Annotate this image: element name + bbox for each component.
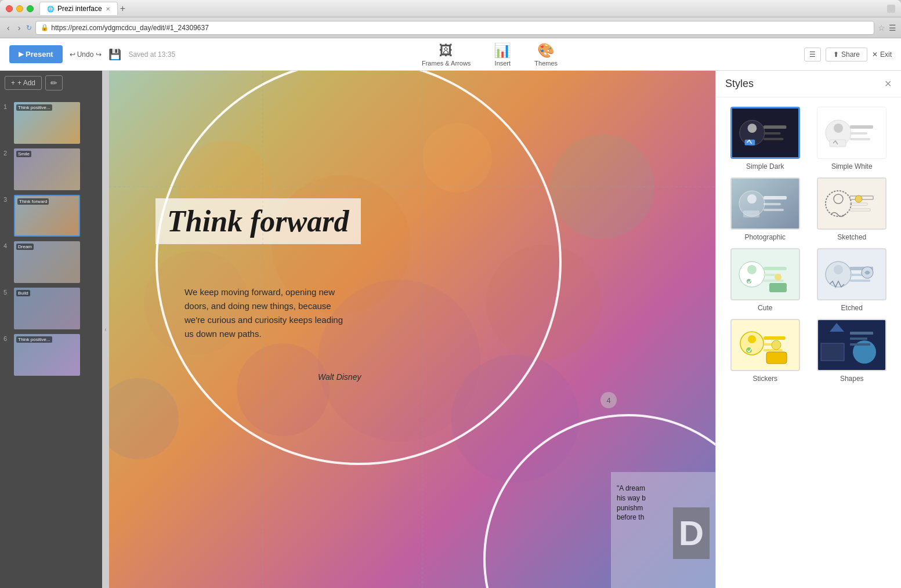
style-item-sketched[interactable]: Sketched [812, 177, 892, 241]
style-item-photographic[interactable]: Photographic [725, 177, 805, 241]
svg-rect-17 [764, 132, 780, 135]
hamburger-menu-button[interactable]: ☰ [804, 48, 821, 61]
style-thumb-shapes [817, 319, 886, 371]
slide-thumbnail[interactable]: Dream [14, 241, 80, 283]
slide-number: 5 [3, 289, 12, 296]
svg-rect-64 [766, 352, 787, 364]
list-item: 1 Think positive... [0, 100, 102, 146]
slide-number: 3 [3, 196, 12, 203]
insert-label: Insert [495, 60, 511, 67]
app-toolbar: ▶ Present ↩ Undo ↪ 💾 Saved at 13:35 🖼 Fr… [0, 38, 901, 71]
save-button[interactable]: 💾 [108, 48, 121, 61]
style-item-shapes[interactable]: Shapes [812, 319, 892, 383]
style-item-cute[interactable]: Cute [725, 248, 805, 312]
svg-rect-71 [850, 337, 867, 340]
browser-menu-button[interactable]: ☰ [889, 23, 896, 32]
slide-thumbnail[interactable]: Think positive... [14, 334, 80, 376]
style-item-stickers[interactable]: Stickers [725, 319, 805, 383]
back-button[interactable]: ‹ [5, 22, 12, 34]
style-label-simple-dark: Simple Dark [746, 162, 784, 170]
window-resize[interactable] [887, 5, 895, 13]
exit-label: Exit [880, 50, 892, 59]
undo-button[interactable]: ↩ Undo [70, 50, 94, 59]
sidebar-top: + + Add ✏ [0, 71, 102, 100]
svg-rect-44 [764, 267, 787, 270]
slide-title-box: Think forward [155, 198, 361, 244]
tab-close-button[interactable]: ✕ [106, 6, 110, 12]
frames-arrows-button[interactable]: 🖼 Frames & Arrows [422, 42, 471, 67]
svg-point-65 [772, 340, 781, 350]
circle-frame-large [155, 71, 562, 465]
style-thumb-photographic [730, 177, 800, 230]
themes-button[interactable]: 🎨 Themes [534, 42, 558, 67]
attribution-text: Walt Disney [318, 372, 361, 382]
svg-rect-60 [764, 336, 786, 340]
close-button[interactable] [6, 5, 13, 12]
slide-title: Think forward [167, 205, 349, 238]
undo-label: Undo [77, 50, 94, 59]
window-controls [887, 5, 895, 13]
add-slide-button[interactable]: + + Add [5, 76, 42, 90]
svg-rect-33 [743, 210, 759, 217]
styles-close-button[interactable]: ✕ [884, 78, 892, 89]
redo-button[interactable]: ↪ [96, 50, 102, 59]
minimize-button[interactable] [16, 5, 23, 12]
svg-point-43 [747, 265, 757, 274]
tab-bar: 🌐 Prezi interface ✕ + [39, 2, 887, 15]
canvas-area[interactable]: Think forward We keep moving forward, op… [109, 71, 715, 588]
browser-tab[interactable]: 🌐 Prezi interface ✕ [39, 2, 118, 15]
slide-number: 6 [3, 335, 12, 342]
maximize-button[interactable] [27, 5, 34, 12]
svg-point-29 [747, 194, 757, 204]
svg-rect-23 [850, 125, 873, 129]
bookmark-button[interactable]: ☆ [878, 23, 885, 32]
slide-number: 1 [3, 103, 12, 110]
style-item-simple-white[interactable]: Simple White [812, 107, 892, 170]
slide-number: 2 [3, 150, 12, 157]
slide-thumbnail[interactable]: Smile [14, 148, 80, 190]
partial-quote-box: "A dream his way b punishm before th [611, 472, 715, 588]
svg-rect-55 [850, 280, 870, 282]
svg-rect-46 [764, 280, 784, 282]
style-label-sketched: Sketched [837, 233, 866, 241]
title-bar: 🌐 Prezi interface ✕ + [0, 0, 901, 17]
exit-x-icon: ✕ [872, 50, 878, 59]
share-icon: ⬆ [833, 50, 839, 59]
svg-rect-16 [764, 125, 786, 129]
list-item: 2 Smile [0, 146, 102, 193]
pen-button[interactable]: ✏ [45, 75, 63, 90]
address-field[interactable]: 🔒 https://prezi.com/ydgmcdcu_day/edit/#1… [35, 21, 874, 35]
style-thumb-simple-white [817, 107, 886, 159]
present-button[interactable]: ▶ Present [9, 45, 63, 63]
canvas-background: Think forward We keep moving forward, op… [109, 71, 715, 588]
sidebar-collapse-handle[interactable]: ‹ [102, 71, 109, 588]
slide-thumbnail[interactable]: Think positive... [14, 102, 80, 144]
new-tab-button[interactable]: + [120, 3, 125, 14]
exit-button[interactable]: ✕ Exit [872, 50, 892, 59]
saved-status: Saved at 13:35 [128, 50, 175, 59]
svg-rect-31 [764, 203, 781, 205]
style-label-stickers: Stickers [752, 375, 777, 383]
styles-title: Styles [725, 78, 754, 90]
svg-point-8 [109, 378, 179, 459]
svg-point-49 [775, 274, 781, 281]
style-label-etched: Etched [841, 304, 863, 312]
tab-favicon: 🌐 [47, 6, 54, 12]
refresh-button[interactable]: ↻ [26, 24, 32, 32]
style-item-simple-dark[interactable]: Simple Dark [725, 107, 805, 170]
slide-number: 4 [3, 242, 12, 249]
svg-rect-30 [764, 196, 787, 199]
slide-thumbnail[interactable]: Think forward [14, 195, 80, 237]
browser-chrome: 🌐 Prezi interface ✕ + ‹ › ↻ 🔒 https://pr… [0, 0, 901, 38]
present-label: Present [26, 50, 53, 59]
style-item-etched[interactable]: Etched [812, 248, 892, 312]
style-thumb-stickers [730, 319, 800, 371]
svg-rect-26 [830, 140, 846, 147]
slide-label: Smile [16, 151, 31, 157]
list-item: 5 Build [0, 285, 102, 332]
add-label: + Add [17, 79, 35, 87]
share-button[interactable]: ⬆ Share [826, 48, 867, 61]
insert-button[interactable]: 📊 Insert [494, 42, 511, 67]
forward-button[interactable]: › [16, 22, 23, 34]
slide-thumbnail[interactable]: Build [14, 288, 80, 329]
